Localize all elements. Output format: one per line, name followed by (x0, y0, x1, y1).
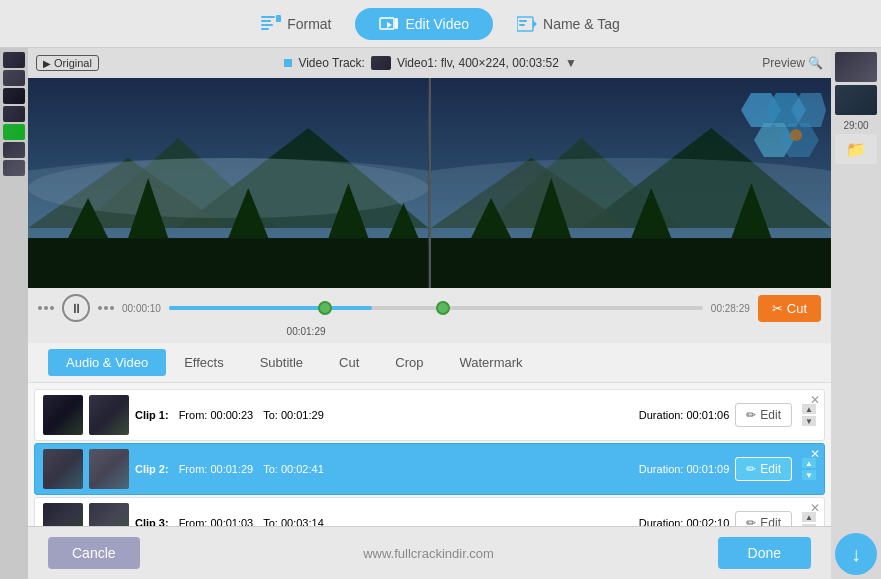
sidebar-thumb-3[interactable] (3, 88, 25, 104)
clip3-thumb2-inner (89, 503, 129, 526)
timeline-end-time: 00:28:29 (711, 303, 750, 314)
clip1-edit-button[interactable]: ✏ Edit (735, 403, 792, 427)
dropdown-icon[interactable]: ▼ (565, 56, 577, 70)
sidebar-thumb-5[interactable] (3, 124, 25, 140)
clip2-info: Clip 2: From: 00:01:29 To: 00:02:41 Dura… (135, 463, 729, 475)
sidebar-thumb-4[interactable] (3, 106, 25, 122)
clip2-thumb2-inner (89, 449, 129, 489)
sub-tab-subtitle[interactable]: Subtitle (242, 349, 321, 376)
clip3-to: To: 00:03:14 (263, 517, 324, 526)
clip1-from: From: 00:00:23 (179, 409, 254, 421)
clip2-close-button[interactable]: ✕ (810, 448, 820, 460)
tab-name-tag[interactable]: Name & Tag (493, 8, 644, 40)
format-icon (261, 14, 281, 34)
clip1-close-button[interactable]: ✕ (810, 394, 820, 406)
tab-format[interactable]: Format (237, 8, 355, 40)
sub-tab-effects-label: Effects (184, 355, 224, 370)
sidebar-thumb-7[interactable] (3, 160, 25, 176)
clip3-down-arrow[interactable]: ▼ (802, 524, 816, 526)
track-color-indicator (284, 59, 292, 67)
clip1-name: Clip 1: (135, 409, 169, 421)
clip3-edit-button[interactable]: ✏ Edit (735, 511, 792, 526)
clip3-close-button[interactable]: ✕ (810, 502, 820, 514)
clip1-edit-label: Edit (760, 408, 781, 422)
sub-tab-watermark[interactable]: Watermark (441, 349, 540, 376)
svg-rect-8 (517, 17, 533, 31)
svg-rect-18 (28, 238, 429, 288)
sub-tab-crop[interactable]: Crop (377, 349, 441, 376)
done-button[interactable]: Done (718, 537, 811, 569)
marker-handle1: 00:01:29 (287, 326, 326, 337)
cancel-button[interactable]: Cancle (48, 537, 140, 569)
clip1-duration: Duration: 00:01:06 (639, 409, 730, 421)
folder-icon-wrap[interactable]: 📁 (835, 134, 877, 164)
original-badge: ▶ Original (36, 55, 99, 71)
clip3-times: Clip 3: From: 00:01:03 To: 00:03:14 Dura… (135, 517, 729, 526)
dot6 (110, 306, 114, 310)
timeline-section: ⏸ 00:00:10 (28, 288, 831, 343)
svg-marker-6 (387, 22, 392, 28)
tab-edit-video[interactable]: Edit Video (355, 8, 493, 40)
svg-rect-0 (261, 16, 275, 18)
play-pause-button[interactable]: ⏸ (62, 294, 90, 322)
sidebar-thumb-6[interactable] (3, 142, 25, 158)
clip-row-2[interactable]: Clip 2: From: 00:01:29 To: 00:02:41 Dura… (34, 443, 825, 495)
clip-row-3[interactable]: Clip 3: From: 00:01:03 To: 00:03:14 Dura… (34, 497, 825, 526)
svg-rect-2 (261, 24, 273, 26)
video-track-label: Video Track: (298, 56, 364, 70)
watermark-text: www.fullcrackindir.com (363, 546, 494, 561)
sub-tab-crop-label: Crop (395, 355, 423, 370)
timeline-handle-start[interactable] (318, 301, 332, 315)
clip1-down-arrow[interactable]: ▼ (802, 416, 816, 426)
clip2-down-arrow[interactable]: ▼ (802, 470, 816, 480)
top-tabs-bar: Format Edit Video Name & (0, 0, 881, 48)
svg-marker-11 (533, 20, 537, 28)
timeline-start-time: 00:00:10 (122, 303, 161, 314)
svg-rect-29 (431, 238, 832, 288)
sub-tabs-bar: Audio & Video Effects Subtitle Cut Crop … (28, 343, 831, 383)
tab-format-label: Format (287, 16, 331, 32)
svg-rect-9 (519, 20, 527, 22)
clip2-edit-button[interactable]: ✏ Edit (735, 457, 792, 481)
download-button[interactable]: ↓ (835, 533, 877, 575)
clip1-arrows: ▲ ▼ (802, 404, 816, 426)
clip2-to: To: 00:02:41 (263, 463, 324, 475)
search-icon: 🔍 (808, 56, 823, 70)
timeline-handle-end[interactable] (436, 301, 450, 315)
sub-tab-cut[interactable]: Cut (321, 349, 377, 376)
clip3-from: From: 00:01:03 (179, 517, 254, 526)
tab-name-tag-label: Name & Tag (543, 16, 620, 32)
clip2-edit-icon: ✏ (746, 462, 756, 476)
dot3 (50, 306, 54, 310)
main-container: Format Edit Video Name & (0, 0, 881, 579)
dot1 (38, 306, 42, 310)
clip2-name: Clip 2: (135, 463, 169, 475)
clip1-info: Clip 1: From: 00:00:23 To: 00:01:29 Dura… (135, 409, 729, 421)
clip2-thumb1-inner (43, 449, 83, 489)
sub-tab-audio-video[interactable]: Audio & Video (48, 349, 166, 376)
cut-button[interactable]: ✂ Cut (758, 295, 821, 322)
clip-row-1[interactable]: Clip 1: From: 00:00:23 To: 00:01:29 Dura… (34, 389, 825, 441)
svg-rect-4 (276, 15, 281, 22)
dot4 (98, 306, 102, 310)
clip2-times: Clip 2: From: 00:01:29 To: 00:02:41 Dura… (135, 463, 729, 475)
left-sidebar (0, 48, 28, 579)
sub-tab-audio-video-label: Audio & Video (66, 355, 148, 370)
video-scenery-left (28, 78, 429, 288)
sub-tab-effects[interactable]: Effects (166, 349, 242, 376)
clip3-edit-icon: ✏ (746, 516, 756, 526)
preview-button[interactable]: Preview 🔍 (762, 56, 823, 70)
dot2 (44, 306, 48, 310)
time-display: 29:00 (843, 120, 868, 131)
video-info-text: Video1: flv, 400×224, 00:03:52 (397, 56, 559, 70)
sidebar-thumb-2[interactable] (3, 70, 25, 86)
sidebar-thumb-1[interactable] (3, 52, 25, 68)
download-icon: ↓ (851, 543, 861, 566)
sub-tab-cut-label: Cut (339, 355, 359, 370)
clip1-times: Clip 1: From: 00:00:23 To: 00:01:29 Dura… (135, 409, 729, 421)
clip3-thumb1 (43, 503, 83, 526)
clip1-thumb1 (43, 395, 83, 435)
timeline-dots-right (98, 306, 114, 310)
name-tag-icon (517, 14, 537, 34)
timeline-bar[interactable] (169, 294, 703, 322)
